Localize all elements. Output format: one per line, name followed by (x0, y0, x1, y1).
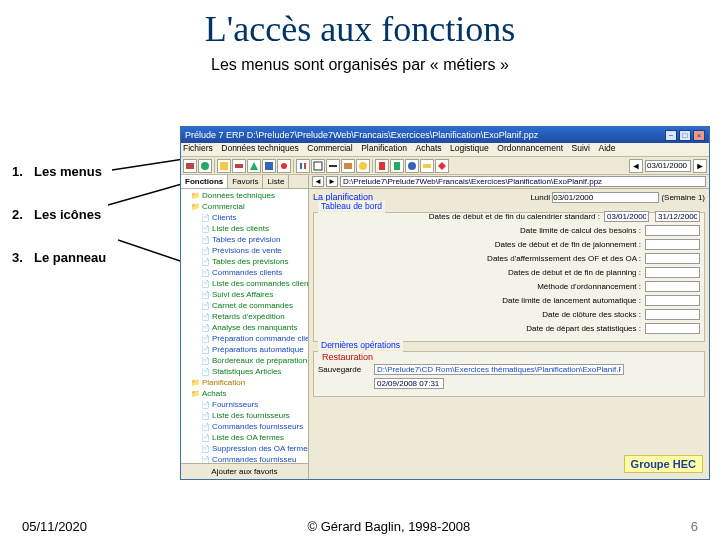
tree-item[interactable]: Liste des clients (181, 223, 308, 234)
svg-rect-8 (220, 162, 228, 170)
tool-icon[interactable] (183, 159, 197, 173)
menu-item[interactable]: Logistique (450, 143, 489, 153)
dashboard-input[interactable] (645, 323, 700, 334)
tree-item[interactable]: Liste des commandes clients (181, 278, 308, 289)
legend-label: Les menus (34, 164, 102, 179)
tool-icon[interactable] (247, 159, 261, 173)
svg-rect-6 (186, 163, 194, 169)
tree-item[interactable]: Statistiques Articles (181, 366, 308, 377)
field-label: Date de clôture des stocks : (542, 310, 641, 319)
menu-item[interactable]: Aide (598, 143, 615, 153)
tab-fonctions[interactable]: Fonctions (181, 175, 228, 188)
field-label: Date de départ des statistiques : (526, 324, 641, 333)
tool-icon[interactable] (311, 159, 325, 173)
tree-item[interactable]: Retards d'expédition (181, 311, 308, 322)
tool-icon[interactable] (198, 159, 212, 173)
tool-icon[interactable] (390, 159, 404, 173)
tree-item[interactable]: Liste des OA fermes (181, 432, 308, 443)
menu-item[interactable]: Fichiers (183, 143, 213, 153)
add-favorite-button[interactable]: Ajouter aux favoris (181, 463, 308, 479)
tree-item[interactable]: Bordereaux de préparation (181, 355, 308, 366)
next-date-icon[interactable]: ► (693, 159, 707, 173)
tree-item[interactable]: Suppression des OA fermes (181, 443, 308, 454)
save-date-input[interactable] (374, 378, 444, 389)
tree-item[interactable]: Préparations automatique (181, 344, 308, 355)
tool-icon[interactable] (262, 159, 276, 173)
menu-item[interactable]: Commercial (307, 143, 352, 153)
slide-legend: 1.Les menus 2.Les icônes 3.Le panneau (12, 164, 106, 293)
tool-icon[interactable] (326, 159, 340, 173)
save-path-input[interactable] (374, 364, 624, 375)
tree-item[interactable]: Tables des prévisions (181, 256, 308, 267)
app-window: Prélude 7 ERP D:\Prelude7\Prelude7Web\Fr… (180, 126, 710, 480)
tab-favoris[interactable]: Favoris (228, 175, 263, 188)
forward-icon[interactable]: ► (326, 176, 338, 187)
tree-folder[interactable]: Achats (181, 388, 308, 399)
prev-date-icon[interactable]: ◄ (629, 159, 643, 173)
cal-start-input[interactable] (604, 211, 649, 222)
svg-rect-9 (235, 164, 243, 168)
tree-item[interactable]: Carnet de commandes (181, 300, 308, 311)
toolbar-date-input[interactable] (645, 160, 691, 172)
path-input[interactable] (340, 176, 706, 187)
tool-icon[interactable] (435, 159, 449, 173)
dashboard-input[interactable] (645, 295, 700, 306)
tree-item[interactable]: Prévisions de vente (181, 245, 308, 256)
menu-item[interactable]: Données techniques (221, 143, 299, 153)
tool-icon[interactable] (277, 159, 291, 173)
maximize-button[interactable]: □ (679, 130, 691, 141)
dashboard-input[interactable] (645, 239, 700, 250)
tree-folder[interactable]: Commercial (181, 201, 308, 212)
menu-item[interactable]: Planification (361, 143, 407, 153)
tree-item[interactable]: Fournisseurs (181, 399, 308, 410)
svg-rect-11 (265, 162, 273, 170)
tab-liste[interactable]: Liste (263, 175, 289, 188)
tree-item[interactable]: Préparation commande client (181, 333, 308, 344)
tool-icon[interactable] (375, 159, 389, 173)
svg-rect-16 (329, 165, 337, 167)
tree-item[interactable]: Commandes fournisseu (181, 454, 308, 463)
tree-item[interactable]: Analyse des manquants (181, 322, 308, 333)
slide-title: L'accès aux fonctions (0, 0, 720, 50)
tree-item[interactable]: Liste des fournisseurs (181, 410, 308, 421)
tree-item[interactable]: Suivi des Affaires (181, 289, 308, 300)
side-panel: Fonctions Favoris Liste Données techniqu… (181, 175, 309, 479)
dashboard-input[interactable] (645, 267, 700, 278)
week-date-input[interactable] (552, 192, 659, 203)
save-label: Sauvegarde (318, 365, 370, 374)
tool-icon[interactable] (356, 159, 370, 173)
back-icon[interactable]: ◄ (312, 176, 324, 187)
tool-icon[interactable] (420, 159, 434, 173)
tree-folder[interactable]: Données techniques (181, 190, 308, 201)
separator (372, 159, 373, 173)
field-label: Dates d'affermissement des OF et des OA … (487, 254, 641, 263)
hec-logo: Groupe HEC (624, 455, 703, 473)
week-display: Lundi (Semaine 1) (530, 192, 705, 203)
tree-item[interactable]: Clients (181, 212, 308, 223)
svg-rect-15 (314, 162, 322, 170)
dashboard-input[interactable] (645, 309, 700, 320)
lastops-legend: Dernières opérations (318, 340, 403, 350)
function-tree[interactable]: Données techniquesCommercialClientsListe… (181, 189, 308, 463)
tool-icon[interactable] (405, 159, 419, 173)
cal-end-input[interactable] (655, 211, 700, 222)
dashboard-input[interactable] (645, 225, 700, 236)
menu-item[interactable]: Ordonnancement (497, 143, 563, 153)
minimize-button[interactable]: − (665, 130, 677, 141)
tree-item[interactable]: Commandes fournisseurs (181, 421, 308, 432)
dashboard-input[interactable] (645, 253, 700, 264)
menu-item[interactable]: Achats (416, 143, 442, 153)
menu-item[interactable]: Suivi (572, 143, 590, 153)
tool-icon[interactable] (341, 159, 355, 173)
footer-page: 6 (691, 519, 698, 534)
dashboard-input[interactable] (645, 281, 700, 292)
tool-icon[interactable] (296, 159, 310, 173)
tool-icon[interactable] (217, 159, 231, 173)
tree-item[interactable]: Commandes clients (181, 267, 308, 278)
tree-folder[interactable]: Planification (181, 377, 308, 388)
svg-rect-14 (304, 163, 306, 169)
close-button[interactable]: × (693, 130, 705, 141)
main-panel: ◄ ► La planification Lundi (Semaine 1) T… (309, 175, 709, 479)
tool-icon[interactable] (232, 159, 246, 173)
tree-item[interactable]: Tables de prévision (181, 234, 308, 245)
